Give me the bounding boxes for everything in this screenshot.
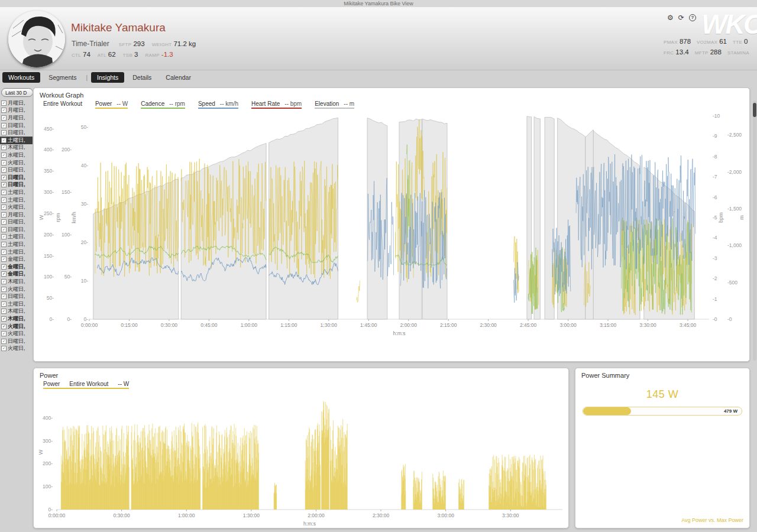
workout-checkbox[interactable]: ✓ xyxy=(1,138,7,143)
workout-list-item[interactable]: ✓日曜日, xyxy=(0,181,33,189)
workout-list-item[interactable]: ✓火曜日, xyxy=(0,323,33,330)
workout-list-item[interactable]: ✓月曜日, xyxy=(0,211,33,219)
workout-list-item[interactable]: ✓土曜日, xyxy=(0,189,33,196)
power-chart[interactable]: 0-100-200-300-400-W0:00:000:30:001:00:00… xyxy=(38,391,565,528)
workout-list-item[interactable]: ✓木曜日, xyxy=(0,278,33,286)
workout-checkbox[interactable]: ✓ xyxy=(1,271,7,277)
workout-checkbox[interactable]: ✓ xyxy=(1,249,7,255)
legend-item-speed[interactable]: Speed-- km/h xyxy=(198,100,238,109)
workout-list-item[interactable]: ✓土曜日, xyxy=(0,196,33,204)
workout-checkbox[interactable]: ✓ xyxy=(1,324,7,329)
workout-checkbox[interactable]: ✓ xyxy=(1,264,7,270)
workout-checkbox[interactable]: ✓ xyxy=(1,227,7,232)
workout-list-item[interactable]: ✓日曜日, xyxy=(0,338,33,345)
workout-checkbox[interactable]: ✓ xyxy=(1,160,7,166)
workout-list-item[interactable]: ✓土曜日, xyxy=(0,241,33,248)
workout-list-item[interactable]: ✓月曜日, xyxy=(0,99,33,107)
workout-list-item[interactable]: ✓月曜日, xyxy=(0,114,33,122)
workout-checkbox[interactable]: ✓ xyxy=(1,331,7,336)
workout-list-item[interactable]: ✓火曜日, xyxy=(0,203,33,211)
workout-list-item[interactable]: ✓火曜日, xyxy=(0,159,33,167)
workout-list-item[interactable]: ✓火曜日, xyxy=(0,330,33,338)
workout-list-item[interactable]: ✓月曜日, xyxy=(0,107,33,115)
workout-checkbox[interactable]: ✓ xyxy=(1,279,7,284)
workout-checkbox[interactable]: ✓ xyxy=(1,346,7,351)
gear-icon[interactable]: ⚙ xyxy=(667,14,674,22)
workout-checkbox[interactable]: ✓ xyxy=(1,205,7,210)
workout-checkbox[interactable]: ✓ xyxy=(1,167,7,173)
workout-checkbox[interactable]: ✓ xyxy=(1,123,7,128)
workout-checkbox[interactable]: ✓ xyxy=(1,115,7,121)
workout-checkbox[interactable]: ✓ xyxy=(1,242,7,247)
workout-list-item[interactable]: ✓日曜日, xyxy=(0,219,33,226)
workout-checkbox[interactable]: ✓ xyxy=(1,190,7,195)
workout-list-item[interactable]: ✓日曜日, xyxy=(0,122,33,129)
workout-list-item[interactable]: ✓金曜日, xyxy=(0,271,33,278)
workout-list-item[interactable]: ✓金曜日, xyxy=(0,263,33,271)
workout-checkbox[interactable]: ✓ xyxy=(1,182,7,187)
svg-text:0:00:00: 0:00:00 xyxy=(48,512,66,518)
workout-list-label: 土曜日, xyxy=(8,233,25,241)
workout-checkbox[interactable]: ✓ xyxy=(1,108,7,113)
svg-text:km/h: km/h xyxy=(71,212,77,223)
workout-checkbox[interactable]: ✓ xyxy=(1,294,7,299)
workout-list-item[interactable]: ✓火曜日, xyxy=(0,345,33,353)
legend-item-power[interactable]: Power-- W xyxy=(95,100,128,109)
workout-list-item[interactable]: ✓日曜日, xyxy=(0,226,33,233)
workout-list-item[interactable]: ✓金曜日, xyxy=(0,255,33,263)
tab-segments[interactable]: Segments xyxy=(43,72,82,83)
workout-list-item[interactable]: ✓土曜日, xyxy=(0,300,33,308)
legend-item-elevation[interactable]: Elevation-- m xyxy=(315,100,354,109)
workout-checkbox[interactable]: ✓ xyxy=(1,100,7,106)
tab-details[interactable]: Details xyxy=(127,72,157,83)
workout-list-item[interactable]: ✓日曜日, xyxy=(0,129,33,137)
scrollbar-thumb[interactable] xyxy=(753,103,756,117)
tab-workouts[interactable]: Workouts xyxy=(2,72,40,83)
workout-checkbox[interactable]: ✓ xyxy=(1,287,7,292)
workout-list-item[interactable]: ✓木曜日, xyxy=(0,308,33,316)
svg-text:200-: 200- xyxy=(62,147,72,153)
scrollbar-track[interactable] xyxy=(753,100,756,361)
date-range-filter-button[interactable]: Last 30 D xyxy=(1,88,33,97)
tab-calendar[interactable]: Calendar xyxy=(160,72,197,83)
workout-checkbox[interactable]: ✓ xyxy=(1,316,7,322)
workout-checkbox[interactable]: ✓ xyxy=(1,257,7,262)
power-panel: Power PowerEntire Workout-- W 0-100-200-… xyxy=(33,368,569,528)
workout-list-item[interactable]: ✓土曜日, xyxy=(0,233,33,241)
legend-item-cadence[interactable]: Cadence-- rpm xyxy=(141,100,185,109)
athlete-avatar[interactable] xyxy=(8,11,65,67)
power-legend-group[interactable]: PowerEntire Workout-- W xyxy=(43,381,129,389)
window-title: Mikitake Yamakura Bike View xyxy=(0,0,757,7)
workout-graph-chart[interactable]: 0-50-100-150-200-250-300-350-400-450-W0-… xyxy=(38,111,746,348)
workout-checkbox[interactable]: ✓ xyxy=(1,153,7,158)
workout-checkbox[interactable]: ✓ xyxy=(1,145,7,150)
workout-list-item[interactable]: ✓木曜日, xyxy=(0,144,33,152)
athlete-stat: WEIGHT71.2 kg xyxy=(152,40,196,47)
workout-checkbox[interactable]: ✓ xyxy=(1,175,7,180)
workout-checkbox[interactable]: ✓ xyxy=(1,309,7,314)
workout-checkbox[interactable]: ✓ xyxy=(1,130,7,135)
workout-checkbox[interactable]: ✓ xyxy=(1,339,7,344)
legend-item-heart-rate[interactable]: Heart Rate-- bpm xyxy=(251,100,302,109)
refresh-icon[interactable]: ⟳ xyxy=(678,14,684,22)
workout-list-item[interactable]: ✓水曜日, xyxy=(0,151,33,159)
workout-list-item[interactable]: ✓日曜日, xyxy=(0,166,33,174)
workout-list-item[interactable]: ✓日曜日, xyxy=(0,174,33,181)
tab-insights[interactable]: Insights xyxy=(91,72,124,83)
workout-checkbox[interactable]: ✓ xyxy=(1,197,7,203)
workout-list-item[interactable]: ✓土曜日, xyxy=(0,248,33,256)
workout-list-item[interactable]: ✓日曜日, xyxy=(0,293,33,300)
workout-checkbox[interactable]: ✓ xyxy=(1,301,7,307)
workout-checkbox[interactable]: ✓ xyxy=(1,212,7,218)
workout-checkbox[interactable]: ✓ xyxy=(1,234,7,239)
legend-item-entire-workout[interactable]: Entire Workout xyxy=(43,100,82,108)
svg-text:0:30:00: 0:30:00 xyxy=(113,512,130,518)
workout-list-item[interactable]: ✓土曜日, xyxy=(0,137,33,144)
svg-text:-1,000: -1,000 xyxy=(727,242,742,248)
workout-list-label: 金曜日, xyxy=(8,255,25,263)
workout-list-item[interactable]: ✓木曜日, xyxy=(0,315,33,323)
workout-list-item[interactable]: ✓火曜日, xyxy=(0,286,33,293)
workout-list-label: 日曜日, xyxy=(8,219,25,226)
workout-checkbox[interactable]: ✓ xyxy=(1,219,7,225)
help-icon[interactable]: ? xyxy=(689,14,696,21)
